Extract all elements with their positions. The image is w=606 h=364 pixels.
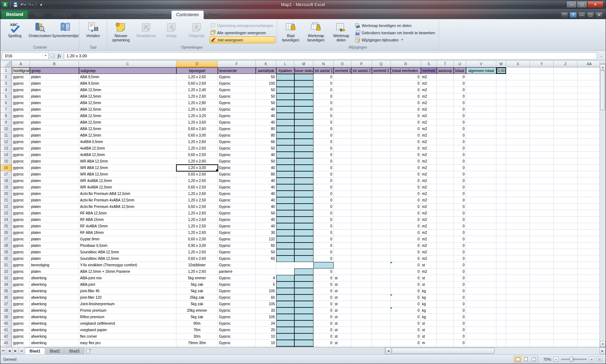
grid-cell-Z38[interactable] [554,307,578,314]
grid-cell-V36[interactable] [466,294,496,301]
grid-cell-S19[interactable]: m2 [421,184,437,191]
grid-cell-V27[interactable] [466,236,496,243]
fit-to-window-icon[interactable]: ◱ [597,356,603,362]
grid-cell-Q2[interactable] [372,74,391,80]
grid-cell-Y15[interactable] [530,158,554,165]
grid-cell-Q39[interactable] [372,314,391,320]
grid-cell-V30[interactable] [466,256,496,262]
grid-cell-Q5[interactable] [372,93,391,100]
grid-cell-Q20[interactable] [372,191,391,197]
grid-cell-AA13[interactable] [578,145,600,152]
field-header-W[interactable]: 0,00 [496,67,506,74]
grid-cell-K41[interactable]: 20 [256,327,276,333]
grid-cell-C13[interactable]: 4xABA 12,5mm [79,145,176,152]
grid-cell-X11[interactable] [506,132,530,139]
grid-cell-T16[interactable] [437,165,454,171]
grid-cell-Y6[interactable] [530,100,554,106]
grid-cell-V13[interactable] [466,145,496,152]
grid-cell-L9[interactable] [276,119,294,126]
grid-cell-R10[interactable]: 0 [391,126,421,132]
grid-cell-D6[interactable]: 1,20 x 2,80 [176,100,218,106]
grid-cell-Y13[interactable] [530,145,554,152]
grid-cell-P21[interactable] [351,197,372,204]
grid-cell-Y42[interactable] [530,333,554,340]
row-header-39[interactable]: 39 [0,314,12,320]
grid-cell-F44[interactable]: Wilmar [218,346,256,347]
grid-cell-U16[interactable]: 0 [454,165,466,171]
grid-cell-R17[interactable]: 0 [391,171,421,178]
grid-cell-R37[interactable]: 0 [391,301,421,307]
grid-cell-Y37[interactable] [530,301,554,307]
grid-cell-L6[interactable] [276,100,294,106]
grid-cell-Q26[interactable] [372,230,391,236]
grid-cell-N36[interactable]: 0 [313,294,334,301]
grid-cell-B26[interactable]: platen [30,230,79,236]
grid-cell-V23[interactable] [466,210,496,217]
workbook-close-icon[interactable]: ✕ [596,12,603,18]
grid-cell-Q37[interactable] [372,301,391,307]
grid-cell-Z21[interactable] [554,197,578,204]
field-header-V[interactable]: algemeen totaal [466,67,496,74]
grid-cell-K11[interactable]: 80 [256,132,276,139]
customize-quick-access-button[interactable]: ▾ [38,1,44,8]
field-header-M[interactable]: losse stuks [294,67,313,74]
row-header-23[interactable]: 23 [0,210,12,217]
grid-cell-W6[interactable] [496,100,506,106]
row-header-24[interactable]: 24 [0,217,12,223]
protect-sheet-button[interactable]: Blad beveiligen [278,21,303,45]
grid-cell-Q29[interactable] [372,249,391,256]
grid-cell-K3[interactable]: 100 [256,80,276,87]
grid-cell-Y18[interactable] [530,178,554,184]
grid-cell-S43[interactable]: m [421,340,437,346]
grid-cell-Y5[interactable] [530,93,554,100]
grid-cell-S14[interactable]: m2 [421,152,437,158]
grid-cell-S42[interactable]: st [421,333,437,340]
grid-cell-Q21[interactable] [372,197,391,204]
grid-cell-V5[interactable] [466,93,496,100]
grid-cell-AA41[interactable] [578,327,600,333]
grid-cell-M15[interactable] [294,158,313,165]
grid-cell-L24[interactable] [276,217,294,223]
grid-cell-U17[interactable]: 0 [454,171,466,178]
grid-cell-O13[interactable] [334,145,351,152]
grid-cell-O9[interactable] [334,119,351,126]
row-header-8[interactable]: 8 [0,113,12,119]
grid-cell-X10[interactable] [506,126,530,132]
grid-cell-L30[interactable] [276,256,294,262]
delete-comment-button[interactable]: Verwijderen [134,21,158,45]
grid-cell-W4[interactable] [496,87,506,93]
column-header-K[interactable]: K [256,61,276,67]
grid-cell-T17[interactable] [437,171,454,178]
sheet-tab-blad2[interactable]: Blad2 [45,347,65,354]
grid-cell-X25[interactable] [506,223,530,230]
grid-cell-M40[interactable] [294,320,313,327]
horizontal-scroll-track[interactable] [495,347,600,354]
grid-cell-P38[interactable] [351,307,372,314]
grid-cell-V22[interactable] [466,204,496,210]
grid-cell-R25[interactable]: 0 [391,223,421,230]
grid-cell-N9[interactable]: 0 [313,119,334,126]
grid-cell-M19[interactable] [294,184,313,191]
grid-cell-O6[interactable] [334,100,351,106]
grid-cell-O21[interactable] [334,197,351,204]
grid-cell-K15[interactable]: 50 [256,158,276,165]
grid-cell-K26[interactable]: 30 [256,230,276,236]
vertical-scrollbar[interactable]: ▲ ▼ [600,61,606,347]
grid-cell-Z31[interactable] [554,262,578,268]
grid-cell-A31[interactable]: gyproc [12,262,30,268]
grid-cell-P8[interactable] [351,113,372,119]
grid-cell-X15[interactable] [506,158,530,165]
grid-cell-R40[interactable]: 0 [391,320,421,327]
row-header-4[interactable]: 4 [0,87,12,93]
grid-cell-P25[interactable] [351,223,372,230]
grid-cell-Z9[interactable] [554,119,578,126]
grid-cell-N28[interactable]: 0 [313,243,334,249]
grid-cell-M16[interactable] [294,165,313,171]
grid-cell-P31[interactable] [351,262,372,268]
grid-cell-X32[interactable] [506,268,530,275]
grid-cell-Z35[interactable] [554,288,578,294]
grid-cell-Q35[interactable] [372,288,391,294]
field-header-C[interactable]: subgroep [79,67,176,74]
grid-cell-Y26[interactable] [530,230,554,236]
grid-cell-Y19[interactable] [530,184,554,191]
